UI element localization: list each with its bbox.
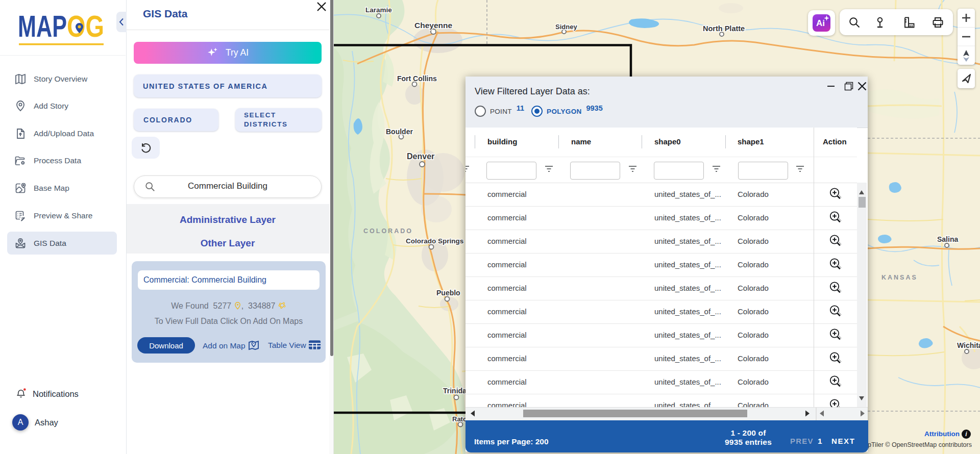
svg-text:Pueblo: Pueblo [436,289,460,297]
svg-text:Cheyenne: Cheyenne [414,21,452,30]
svg-text:Wichita: Wichita [957,341,980,349]
svg-text:Fort Collins: Fort Collins [397,74,437,83]
svg-text:OG: OG [67,9,104,43]
svg-text:North Platte: North Platte [703,24,745,33]
svg-text:Denver: Denver [407,152,434,161]
svg-text:Sidney: Sidney [555,23,577,31]
svg-text:COLORADO: COLORADO [363,228,413,235]
svg-text:Colorado Springs: Colorado Springs [406,237,463,245]
svg-text:MAP: MAP [18,9,67,43]
svg-text:Laramie: Laramie [365,6,392,14]
svg-text:KANSAS: KANSAS [881,274,918,281]
svg-text:Boulder: Boulder [386,128,413,136]
svg-text:Salina: Salina [937,235,958,243]
